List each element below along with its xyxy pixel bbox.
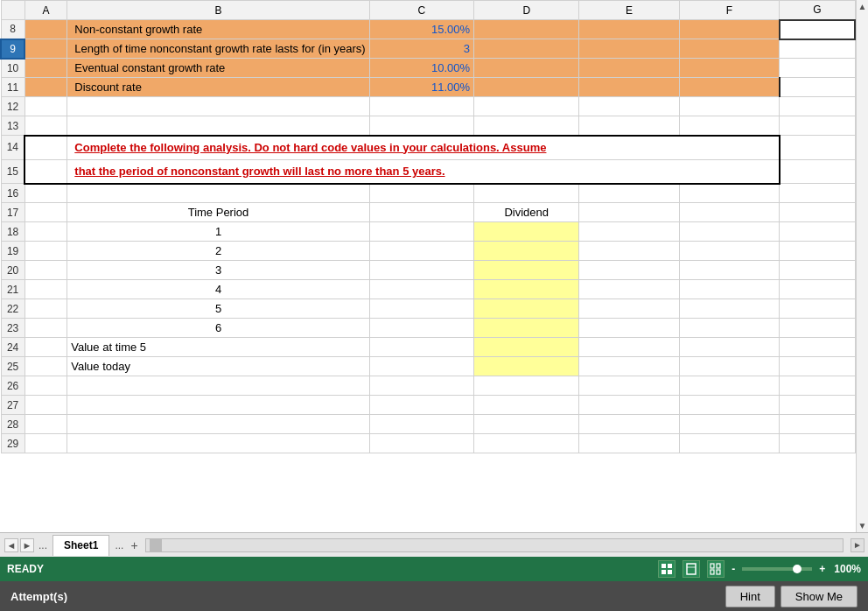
cell-e13[interactable] — [579, 116, 679, 136]
cell-d29[interactable] — [474, 434, 579, 453]
cell-e17[interactable] — [579, 203, 679, 222]
cell-g14[interactable] — [780, 136, 855, 160]
cell-a9[interactable] — [24, 39, 67, 59]
cell-d10[interactable] — [474, 59, 579, 78]
cell-f16[interactable] — [679, 184, 779, 203]
cell-b25[interactable]: Value today — [67, 357, 369, 376]
cell-g25[interactable] — [780, 357, 855, 376]
cell-g23[interactable] — [780, 319, 855, 338]
col-header-b[interactable]: B — [67, 1, 369, 20]
col-header-f[interactable]: F — [679, 1, 779, 20]
cell-f21[interactable] — [679, 280, 779, 299]
cell-g29[interactable] — [780, 434, 855, 453]
cell-g24[interactable] — [780, 338, 855, 357]
scroll-up-arrow[interactable]: ▲ — [858, 2, 867, 11]
col-header-a[interactable]: A — [24, 1, 67, 20]
cell-d17[interactable]: Dividend — [474, 203, 579, 222]
cell-b16[interactable] — [67, 184, 369, 203]
cell-c12[interactable] — [369, 97, 473, 116]
cell-d12[interactable] — [474, 97, 579, 116]
cell-f25[interactable] — [679, 357, 779, 376]
cell-e8[interactable] — [579, 20, 679, 39]
cell-b28[interactable] — [67, 415, 369, 434]
cell-c16[interactable] — [369, 184, 473, 203]
hint-button[interactable]: Hint — [725, 586, 775, 607]
cell-f23[interactable] — [679, 319, 779, 338]
cell-g21[interactable] — [780, 280, 855, 299]
cell-d19[interactable] — [474, 242, 579, 261]
cell-a15[interactable] — [24, 159, 67, 184]
add-sheet-button[interactable]: + — [130, 538, 137, 552]
cell-e25[interactable] — [579, 357, 679, 376]
cell-b12[interactable] — [67, 97, 369, 116]
cell-c8[interactable]: 15.00% — [369, 20, 473, 39]
cell-b24[interactable]: Value at time 5 — [67, 338, 369, 357]
cell-g10[interactable] — [780, 59, 855, 78]
cell-b20[interactable]: 3 — [67, 261, 369, 280]
cell-g20[interactable] — [780, 261, 855, 280]
zoom-track[interactable] — [742, 567, 812, 571]
cell-c26[interactable] — [369, 376, 473, 396]
cell-a18[interactable] — [24, 222, 67, 242]
grid-scroll[interactable]: A B C D E F G 8 — [0, 0, 856, 532]
cell-b26[interactable] — [67, 376, 369, 396]
cell-f19[interactable] — [679, 242, 779, 261]
cell-c23[interactable] — [369, 319, 473, 338]
tab-scroll-right[interactable]: ► — [20, 538, 34, 552]
cell-e12[interactable] — [579, 97, 679, 116]
cell-g26[interactable] — [780, 376, 855, 396]
cell-f9[interactable] — [679, 39, 779, 59]
cell-g9[interactable] — [780, 39, 855, 59]
cell-f10[interactable] — [679, 59, 779, 78]
cell-d22[interactable] — [474, 299, 579, 319]
cell-g18[interactable] — [780, 222, 855, 242]
cell-e9[interactable] — [579, 39, 679, 59]
cell-b13[interactable] — [67, 116, 369, 136]
cell-g28[interactable] — [780, 415, 855, 434]
cell-a17[interactable] — [24, 203, 67, 222]
cell-e10[interactable] — [579, 59, 679, 78]
cell-e28[interactable] — [579, 415, 679, 434]
cell-e18[interactable] — [579, 222, 679, 242]
cell-d13[interactable] — [474, 116, 579, 136]
cell-c25[interactable] — [369, 357, 473, 376]
cell-b10[interactable]: Eventual constant growth rate — [67, 59, 369, 78]
zoom-minus[interactable]: - — [732, 563, 735, 575]
cell-a14[interactable] — [24, 136, 67, 160]
cell-c11[interactable]: 11.00% — [369, 78, 473, 97]
cell-g27[interactable] — [780, 396, 855, 415]
cell-a16[interactable] — [24, 184, 67, 203]
cell-c21[interactable] — [369, 280, 473, 299]
cell-d11[interactable] — [474, 78, 579, 97]
cell-f27[interactable] — [679, 396, 779, 415]
cell-e16[interactable] — [579, 184, 679, 203]
horizontal-scrollbar[interactable] — [145, 538, 844, 552]
cell-e19[interactable] — [579, 242, 679, 261]
cell-a28[interactable] — [24, 415, 67, 434]
cell-b11[interactable]: Discount rate — [67, 78, 369, 97]
cell-c28[interactable] — [369, 415, 473, 434]
col-header-g[interactable]: G — [780, 1, 855, 20]
cell-d28[interactable] — [474, 415, 579, 434]
page-layout-icon[interactable] — [682, 560, 700, 578]
cell-d9[interactable] — [474, 39, 579, 59]
cell-g12[interactable] — [780, 97, 855, 116]
cell-e22[interactable] — [579, 299, 679, 319]
cell-e29[interactable] — [579, 434, 679, 453]
cell-c27[interactable] — [369, 396, 473, 415]
cell-a24[interactable] — [24, 338, 67, 357]
tab-dots-left[interactable]: ... — [38, 539, 47, 551]
cell-a19[interactable] — [24, 242, 67, 261]
cell-f29[interactable] — [679, 434, 779, 453]
cell-f17[interactable] — [679, 203, 779, 222]
cell-e26[interactable] — [579, 376, 679, 396]
cell-c17[interactable] — [369, 203, 473, 222]
cell-d20[interactable] — [474, 261, 579, 280]
cell-c10[interactable]: 10.00% — [369, 59, 473, 78]
vertical-scrollbar[interactable]: ▲ ▼ — [856, 0, 868, 532]
cell-b19[interactable]: 2 — [67, 242, 369, 261]
cell-d21[interactable] — [474, 280, 579, 299]
col-header-e[interactable]: E — [579, 1, 679, 20]
tab-dots-right[interactable]: ... — [115, 539, 123, 551]
cell-f24[interactable] — [679, 338, 779, 357]
